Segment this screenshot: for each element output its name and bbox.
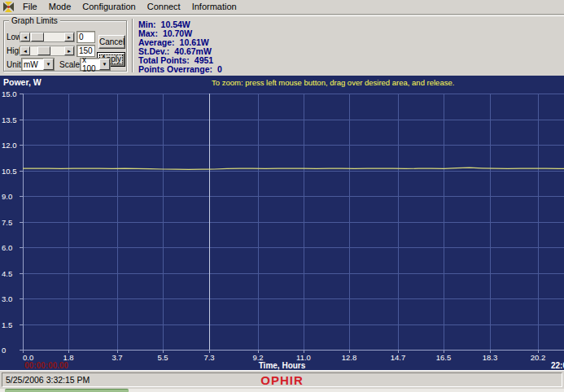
- units-value: mW: [22, 60, 43, 69]
- high-scroll-track[interactable]: [30, 46, 64, 55]
- low-value-input[interactable]: 0: [77, 31, 95, 43]
- low-scrollbar[interactable]: ◄ ►: [20, 32, 75, 42]
- app-icon: [3, 2, 14, 12]
- low-scroll-right-arrow-icon[interactable]: ►: [64, 33, 74, 41]
- zoom-hint-text: To zoom: press left mouse button, drag o…: [212, 78, 454, 87]
- taskbar-edge: [0, 389, 564, 392]
- ophir-logo: OPHIR: [2, 373, 562, 387]
- high-scroll-thumb[interactable]: [37, 46, 50, 55]
- high-scroll-left-arrow-icon[interactable]: ◄: [20, 46, 30, 55]
- y-tick-label: 13.5: [2, 115, 17, 124]
- cancel-button[interactable]: Cancel: [98, 35, 125, 49]
- y-tick-label: 3.0: [2, 294, 12, 303]
- scale-label: Scale: [59, 60, 80, 69]
- units-dropdown-arrow-icon[interactable]: ▼: [43, 59, 54, 70]
- power-data-line: [23, 168, 564, 169]
- y-tick-label: 15.0: [2, 89, 17, 98]
- taskbar-window-button-edge: [5, 389, 129, 392]
- low-scroll-left-arrow-icon[interactable]: ◄: [20, 33, 30, 41]
- y-tick-label: 10.5: [2, 167, 17, 176]
- graph-limits-groupbox: Graph Limits Low ◄ ► 0 Cancel High ◄ ► 1…: [3, 20, 127, 72]
- graph-limits-title: Graph Limits: [9, 16, 60, 25]
- y-tick-label: 4.5: [2, 269, 12, 278]
- low-scroll-track[interactable]: [30, 33, 64, 41]
- y-tick-label: 1.5: [2, 320, 12, 329]
- scale-dropdown[interactable]: x 100 ▼: [80, 58, 111, 71]
- cancel-button-label: Cancel: [99, 37, 125, 46]
- status-bar: 5/25/2006 3:32:15 PM OPHIR: [0, 370, 564, 388]
- chart-plot-svg: 15.013.512.010.59.07.56.04.53.01.500.01.…: [0, 76, 564, 370]
- control-panel: Graph Limits Low ◄ ► 0 Cancel High ◄ ► 1…: [0, 15, 564, 76]
- y-tick-label: 0: [2, 346, 6, 355]
- y-tick-label: 9.0: [2, 192, 12, 201]
- menu-configuration[interactable]: Configuration: [77, 0, 141, 14]
- measurement-stats: Min:10.54W Max:10.70W Average:10.61W St.…: [138, 20, 222, 74]
- chart-y-axis-title: Power, W: [3, 77, 42, 87]
- scale-value: x 100: [81, 55, 99, 73]
- menu-file[interactable]: File: [17, 0, 43, 14]
- menu-connect[interactable]: Connect: [142, 0, 186, 14]
- menu-information[interactable]: Information: [186, 0, 243, 14]
- application-window: File Mode Configuration Connect Informat…: [0, 0, 564, 392]
- menu-mode[interactable]: Mode: [43, 0, 77, 14]
- status-panel: 5/25/2006 3:32:15 PM OPHIR: [2, 372, 562, 387]
- low-scroll-thumb[interactable]: [31, 33, 44, 41]
- scale-dropdown-arrow-icon[interactable]: ▼: [99, 59, 110, 70]
- high-scroll-right-arrow-icon[interactable]: ►: [64, 46, 74, 55]
- y-tick-label: 6.0: [2, 243, 12, 252]
- y-tick-label: 12.0: [2, 141, 17, 150]
- y-tick-label: 7.5: [2, 218, 12, 227]
- menu-bar: File Mode Configuration Connect Informat…: [0, 0, 564, 15]
- time-axis-row: 00:00:00.00 Time, Hours 22:0: [0, 361, 564, 370]
- end-time-label: 22:0: [551, 361, 564, 370]
- chart-x-axis-title: Time, Hours: [0, 361, 564, 370]
- stat-points-overrange: Points Overrange:0: [138, 65, 222, 74]
- panel-separator: [132, 19, 133, 72]
- chart-area[interactable]: 15.013.512.010.59.07.56.04.53.01.500.01.…: [0, 76, 564, 370]
- high-scrollbar[interactable]: ◄ ►: [20, 46, 75, 56]
- units-dropdown[interactable]: mW ▼: [21, 58, 55, 71]
